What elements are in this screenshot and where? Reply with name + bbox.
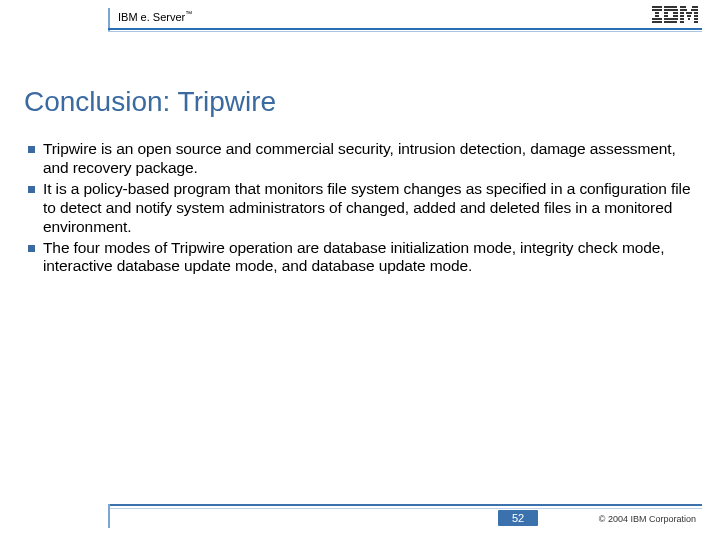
header-rule-thin	[108, 31, 702, 32]
svg-rect-17	[691, 9, 698, 11]
svg-rect-28	[694, 21, 698, 23]
svg-rect-20	[694, 12, 698, 14]
header: IBM e. Server™	[0, 0, 720, 40]
svg-rect-13	[664, 21, 677, 23]
body: Tripwire is an open source and commercia…	[28, 140, 692, 278]
page-number: 52	[498, 510, 538, 526]
svg-rect-22	[687, 15, 691, 17]
svg-rect-26	[694, 18, 698, 20]
svg-rect-6	[664, 6, 677, 8]
svg-rect-25	[688, 18, 690, 20]
svg-rect-14	[680, 6, 686, 8]
svg-rect-15	[692, 6, 698, 8]
brand-prefix: IBM e. Server	[118, 11, 185, 23]
svg-rect-9	[673, 12, 678, 14]
svg-rect-1	[652, 9, 662, 11]
bullet-item: It is a policy-based program that monito…	[28, 180, 692, 237]
svg-rect-18	[680, 12, 684, 14]
bullet-text: The four modes of Tripwire operation are…	[43, 239, 692, 277]
bullet-square-icon	[28, 186, 35, 193]
svg-rect-12	[664, 18, 678, 20]
svg-rect-4	[652, 18, 662, 20]
svg-rect-10	[664, 15, 668, 17]
footer-rule-thin	[108, 508, 702, 509]
copyright-text: © 2004 IBM Corporation	[599, 514, 696, 524]
header-rule	[108, 28, 702, 30]
footer-rule	[108, 504, 702, 506]
ibm-logo-icon	[652, 6, 698, 24]
svg-rect-16	[680, 9, 687, 11]
slide: IBM e. Server™	[0, 0, 720, 540]
bullet-square-icon	[28, 146, 35, 153]
svg-rect-24	[680, 18, 684, 20]
svg-rect-2	[655, 12, 659, 14]
bullet-item: The four modes of Tripwire operation are…	[28, 239, 692, 277]
bullet-square-icon	[28, 245, 35, 252]
svg-rect-11	[673, 15, 678, 17]
svg-rect-21	[680, 15, 684, 17]
svg-rect-5	[652, 21, 662, 23]
svg-rect-0	[652, 6, 662, 8]
bullet-item: Tripwire is an open source and commercia…	[28, 140, 692, 178]
svg-rect-27	[680, 21, 684, 23]
svg-rect-23	[694, 15, 698, 17]
bullet-text: Tripwire is an open source and commercia…	[43, 140, 692, 178]
footer-accent-tick	[108, 504, 110, 528]
bullet-text: It is a policy-based program that monito…	[43, 180, 692, 237]
brand-tm: ™	[185, 10, 192, 17]
svg-rect-7	[664, 9, 678, 11]
svg-rect-19	[686, 12, 692, 14]
brand-text: IBM e. Server™	[118, 10, 192, 23]
svg-rect-3	[655, 15, 659, 17]
svg-rect-8	[664, 12, 668, 14]
slide-title: Conclusion: Tripwire	[24, 86, 276, 118]
